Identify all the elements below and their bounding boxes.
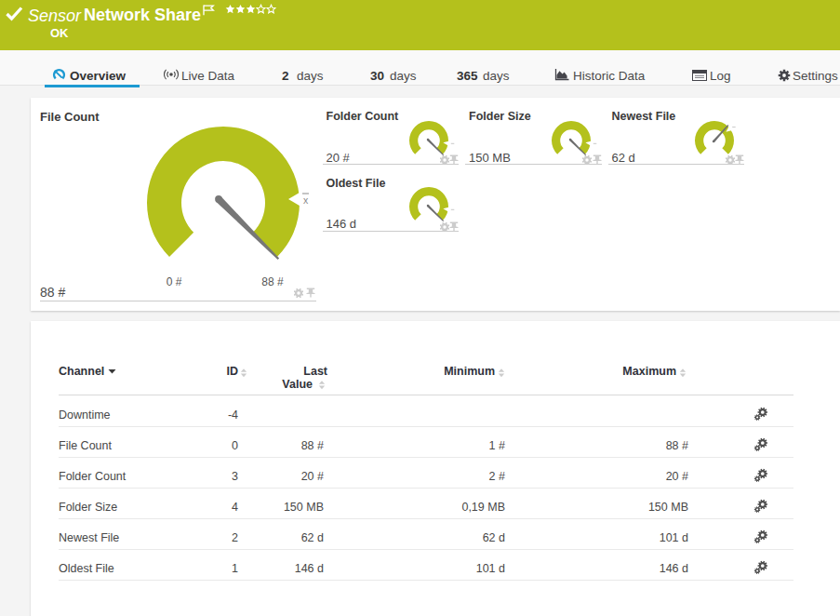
svg-text:x: x xyxy=(303,194,309,206)
